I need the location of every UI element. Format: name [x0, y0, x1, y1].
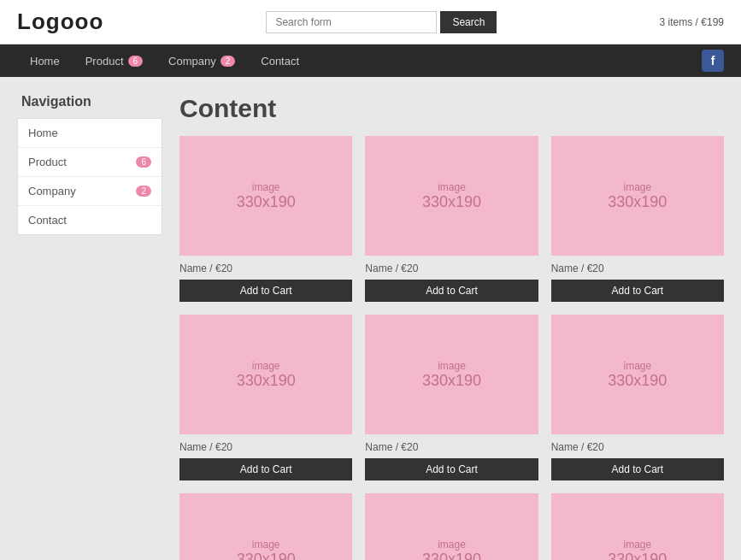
sidebar-items: Home Product 6 Company 2 Contact: [17, 118, 162, 235]
product-card-8: image 330x190 Name / €20 Add to Cart: [551, 493, 724, 560]
product-image-4: image 330x190: [365, 315, 538, 434]
product-card-2: image 330x190 Name / €20 Add to Cart: [551, 136, 724, 302]
sidebar-badge-company: 2: [136, 186, 151, 197]
image-label-0: image: [252, 181, 280, 193]
nav-items: Home Product 6 Company 2 Contact: [17, 46, 702, 76]
nav-item-contact[interactable]: Contact: [248, 46, 312, 76]
main-layout: Navigation Home Product 6 Company 2 Cont…: [0, 77, 741, 560]
product-card-7: image 330x190 Name / €20 Add to Cart: [365, 493, 538, 560]
image-label-8: image: [623, 539, 651, 551]
product-card-4: image 330x190 Name / €20 Add to Cart: [365, 315, 538, 480]
content-title: Content: [179, 94, 724, 123]
page-wrapper: Logooo Search 3 items / €199 Home Produc…: [0, 0, 741, 560]
product-card-1: image 330x190 Name / €20 Add to Cart: [365, 136, 538, 302]
header: Logooo Search 3 items / €199: [0, 0, 741, 44]
image-label-2: image: [623, 181, 651, 193]
sidebar-item-contact-label: Contact: [28, 214, 67, 227]
logo: Logooo: [17, 9, 103, 35]
navbar: Home Product 6 Company 2 Contact f: [0, 44, 741, 77]
image-label-6: image: [252, 539, 280, 551]
search-input[interactable]: [266, 11, 437, 33]
image-label-4: image: [438, 360, 466, 372]
sidebar-item-company-label: Company: [28, 185, 76, 197]
image-label-5: image: [623, 360, 651, 372]
nav-badge-product: 6: [128, 56, 144, 67]
cart-info: 3 items / €199: [660, 16, 724, 28]
add-to-cart-button-2[interactable]: Add to Cart: [551, 280, 724, 302]
sidebar-item-product[interactable]: Product 6: [18, 148, 162, 177]
sidebar-item-product-label: Product: [28, 156, 67, 168]
image-label-1: image: [438, 181, 466, 193]
product-image-0: image 330x190: [179, 136, 352, 256]
sidebar-item-contact[interactable]: Contact: [18, 206, 162, 234]
add-to-cart-button-5[interactable]: Add to Cart: [551, 458, 724, 480]
product-grid: image 330x190 Name / €20 Add to Cart ima…: [179, 136, 724, 560]
add-to-cart-button-4[interactable]: Add to Cart: [365, 458, 538, 480]
product-image-7: image 330x190: [365, 493, 538, 560]
sidebar-item-home[interactable]: Home: [18, 119, 162, 148]
product-name-4: Name / €20: [365, 441, 538, 453]
product-card-5: image 330x190 Name / €20 Add to Cart: [551, 315, 724, 480]
product-name-2: Name / €20: [551, 262, 724, 274]
product-card-6: image 330x190 Name / €20 Add to Cart: [179, 493, 352, 560]
image-size-3: 330x190: [237, 372, 296, 390]
add-to-cart-button-3[interactable]: Add to Cart: [179, 458, 352, 480]
product-name-0: Name / €20: [179, 262, 352, 274]
product-image-6: image 330x190: [179, 493, 352, 560]
product-image-3: image 330x190: [179, 315, 352, 434]
image-label-3: image: [252, 360, 280, 372]
product-name-3: Name / €20: [179, 441, 352, 453]
sidebar-badge-product: 6: [136, 156, 151, 168]
image-size-5: 330x190: [608, 372, 667, 390]
image-size-4: 330x190: [422, 372, 481, 390]
add-to-cart-button-0[interactable]: Add to Cart: [179, 280, 352, 302]
nav-item-product[interactable]: Product 6: [73, 46, 156, 76]
nav-badge-company: 2: [221, 56, 236, 67]
content-area: Content image 330x190 Name / €20 Add to …: [179, 94, 724, 560]
image-size-1: 330x190: [422, 193, 481, 211]
product-image-5: image 330x190: [551, 315, 724, 434]
sidebar: Navigation Home Product 6 Company 2 Cont…: [17, 94, 162, 560]
product-name-5: Name / €20: [551, 441, 724, 453]
image-size-7: 330x190: [422, 551, 481, 561]
sidebar-item-company[interactable]: Company 2: [18, 177, 162, 206]
search-area: Search: [266, 11, 497, 33]
product-card-3: image 330x190 Name / €20 Add to Cart: [179, 315, 352, 480]
image-size-6: 330x190: [237, 551, 296, 561]
product-image-8: image 330x190: [551, 493, 724, 560]
image-size-0: 330x190: [237, 193, 296, 211]
add-to-cart-button-1[interactable]: Add to Cart: [365, 280, 538, 302]
image-size-2: 330x190: [608, 193, 667, 211]
nav-item-home[interactable]: Home: [17, 46, 73, 76]
nav-item-company[interactable]: Company 2: [156, 46, 248, 76]
facebook-icon[interactable]: f: [702, 50, 724, 72]
product-card-0: image 330x190 Name / €20 Add to Cart: [179, 136, 352, 302]
image-size-8: 330x190: [608, 551, 667, 561]
product-name-1: Name / €20: [365, 262, 538, 274]
image-label-7: image: [438, 539, 466, 551]
product-image-1: image 330x190: [365, 136, 538, 256]
product-image-2: image 330x190: [551, 136, 724, 256]
sidebar-title: Navigation: [17, 94, 162, 109]
search-button[interactable]: Search: [440, 11, 497, 33]
sidebar-item-home-label: Home: [28, 127, 58, 139]
